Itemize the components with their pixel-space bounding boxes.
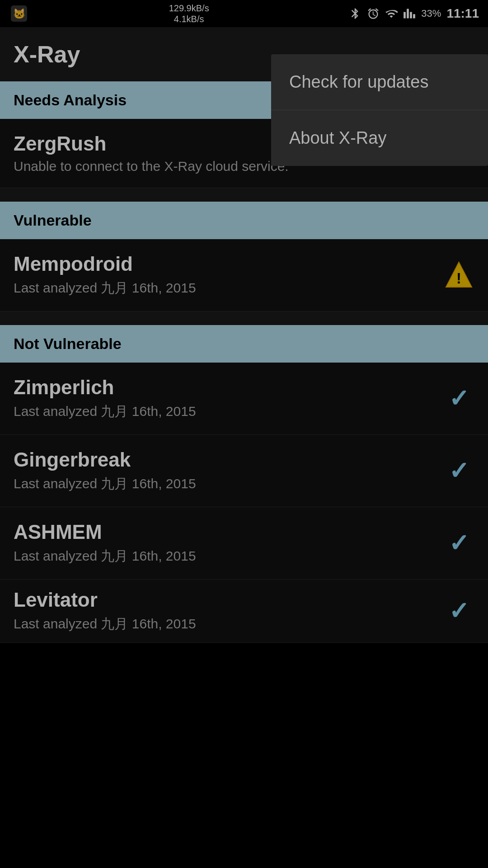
zimperlich-subtitle: Last analyzed 九月 16th, 2015 — [14, 402, 443, 421]
status-bar-left: 🐱 — [9, 4, 29, 24]
not-vulnerable-header: Not Vulnerable — [0, 325, 488, 363]
gingerbreak-item[interactable]: Gingerbreak Last analyzed 九月 16th, 2015 … — [0, 435, 488, 507]
mempodroid-item[interactable]: Mempodroid Last analyzed 九月 16th, 2015 ! — [0, 239, 488, 311]
needs-analysis-label: Needs Analysis — [14, 91, 127, 108]
app-title: X-Ray — [14, 41, 80, 68]
svg-text:🐱: 🐱 — [13, 8, 26, 20]
alarm-icon — [367, 7, 380, 20]
mempodroid-title: Mempodroid — [14, 253, 443, 275]
gingerbreak-title: Gingerbreak — [14, 448, 443, 471]
spacer-2 — [0, 311, 488, 325]
app-bar: X-Ray Check for updates About X-Ray — [0, 27, 488, 81]
not-vulnerable-label: Not Vulnerable — [14, 335, 122, 352]
bluetooth-icon — [349, 7, 361, 20]
svg-text:!: ! — [456, 270, 461, 287]
status-bar-speeds: 129.9kB/s 4.1kB/s — [169, 3, 209, 24]
mempodroid-content: Mempodroid Last analyzed 九月 16th, 2015 — [14, 253, 443, 297]
gingerbreak-content: Gingerbreak Last analyzed 九月 16th, 2015 — [14, 448, 443, 493]
ashmem-item[interactable]: ASHMEM Last analyzed 九月 16th, 2015 ✓ — [0, 507, 488, 580]
ashmem-title: ASHMEM — [14, 521, 443, 543]
vulnerable-label: Vulnerable — [14, 212, 92, 229]
levitator-title: Levitator — [14, 589, 443, 611]
zimperlich-title: Zimperlich — [14, 376, 443, 399]
gingerbreak-subtitle: Last analyzed 九月 16th, 2015 — [14, 475, 443, 493]
levitator-item[interactable]: Levitator Last analyzed 九月 16th, 2015 ✓ — [0, 580, 488, 643]
mempodroid-subtitle: Last analyzed 九月 16th, 2015 — [14, 279, 443, 297]
vulnerable-header: Vulnerable — [0, 202, 488, 239]
about-xray-item[interactable]: About X-Ray — [271, 110, 488, 166]
check-for-updates-item[interactable]: Check for updates — [271, 54, 488, 110]
vulnerable-section: Vulnerable Mempodroid Last analyzed 九月 1… — [0, 202, 488, 311]
spacer-1 — [0, 188, 488, 202]
dropdown-menu: Check for updates About X-Ray — [271, 54, 488, 166]
status-bar: 🐱 129.9kB/s 4.1kB/s 33% 11:11 — [0, 0, 488, 27]
wifi-icon — [385, 7, 398, 20]
gingerbreak-check-icon: ✓ — [443, 455, 474, 487]
battery-text: 33% — [421, 8, 441, 19]
zimperlich-check-icon: ✓ — [443, 383, 474, 415]
not-vulnerable-section: Not Vulnerable Zimperlich Last analyzed … — [0, 325, 488, 643]
ashmem-content: ASHMEM Last analyzed 九月 16th, 2015 — [14, 521, 443, 566]
levitator-check-icon: ✓ — [443, 595, 474, 627]
zimperlich-item[interactable]: Zimperlich Last analyzed 九月 16th, 2015 ✓ — [0, 363, 488, 435]
zimperlich-content: Zimperlich Last analyzed 九月 16th, 2015 — [14, 376, 443, 421]
time-text: 11:11 — [446, 6, 479, 21]
ashmem-check-icon: ✓ — [443, 528, 474, 559]
ashmem-subtitle: Last analyzed 九月 16th, 2015 — [14, 547, 443, 566]
levitator-subtitle: Last analyzed 九月 16th, 2015 — [14, 615, 443, 633]
app-logo-icon: 🐱 — [9, 4, 29, 24]
levitator-content: Levitator Last analyzed 九月 16th, 2015 — [14, 589, 443, 633]
status-bar-right: 33% 11:11 — [349, 6, 479, 21]
signal-icon — [403, 7, 416, 20]
warning-icon: ! — [443, 259, 474, 291]
